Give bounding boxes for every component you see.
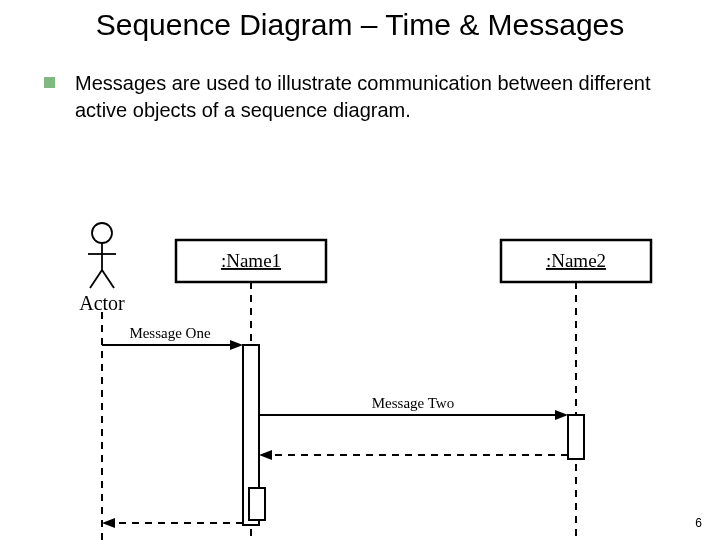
object2-label: :Name2 bbox=[546, 250, 606, 271]
svg-line-4 bbox=[102, 270, 114, 288]
activation-bar-1-nested bbox=[249, 488, 265, 520]
actor-icon bbox=[88, 223, 116, 288]
activation-bar-2 bbox=[568, 415, 584, 459]
actor-label: Actor bbox=[79, 292, 125, 314]
return-arrow-2-head bbox=[102, 518, 115, 528]
svg-point-0 bbox=[92, 223, 112, 243]
object1-label: :Name1 bbox=[221, 250, 281, 271]
message-two-label: Message Two bbox=[372, 395, 454, 411]
svg-line-3 bbox=[90, 270, 102, 288]
message-one-label: Message One bbox=[129, 325, 211, 341]
sequence-diagram: Actor :Name1 :Name2 Message One Message … bbox=[0, 0, 720, 540]
message-one-arrowhead bbox=[230, 340, 243, 350]
return-arrow-1-head bbox=[259, 450, 272, 460]
slide-number: 6 bbox=[695, 516, 702, 530]
message-two-arrowhead bbox=[555, 410, 568, 420]
